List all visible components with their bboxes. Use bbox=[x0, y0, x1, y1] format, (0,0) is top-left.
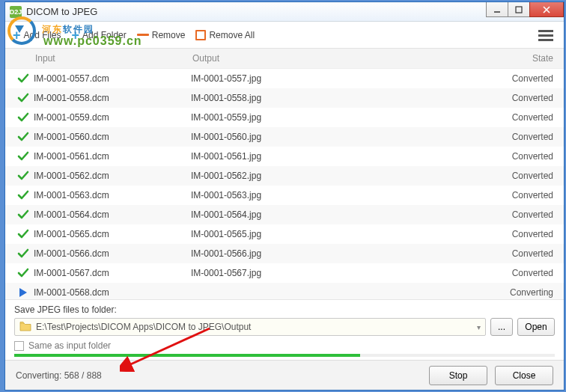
square-icon bbox=[195, 30, 206, 40]
close-button[interactable]: Close bbox=[495, 366, 553, 385]
menu-line-icon bbox=[538, 30, 553, 32]
progress-track bbox=[14, 354, 555, 357]
svg-rect-1 bbox=[516, 7, 522, 13]
titlebar: D2J DICOM to JPEG bbox=[5, 2, 564, 22]
check-icon bbox=[13, 150, 34, 162]
check-icon bbox=[13, 131, 34, 143]
save-section: Save JPEG files to folder: ▾ ... Open Sa… bbox=[5, 299, 564, 360]
minimize-button[interactable] bbox=[486, 2, 508, 17]
status-text: Converting: 568 / 888 bbox=[16, 370, 422, 381]
cell-state: Converted bbox=[493, 229, 553, 239]
add-folder-label: Add Folder bbox=[82, 30, 127, 40]
minus-icon bbox=[137, 34, 149, 36]
check-icon bbox=[13, 209, 34, 221]
table-row[interactable]: IM-0001-0560.dcmIM-0001-0560.jpgConverte… bbox=[5, 127, 564, 147]
cell-input: IM-0001-0561.dcm bbox=[34, 151, 191, 162]
progress-bar bbox=[14, 354, 360, 357]
hamburger-menu-button[interactable] bbox=[538, 28, 553, 43]
cell-output: IM-0001-0560.jpg bbox=[191, 132, 493, 142]
column-state[interactable]: State bbox=[493, 53, 553, 64]
menu-line-icon bbox=[538, 39, 553, 41]
cell-output: IM-0001-0566.jpg bbox=[191, 248, 493, 259]
table-row[interactable]: IM-0001-0562.dcmIM-0001-0562.jpgConverte… bbox=[5, 166, 564, 186]
column-input[interactable]: Input bbox=[35, 53, 192, 64]
cell-input: IM-0001-0562.dcm bbox=[34, 171, 191, 181]
check-icon bbox=[13, 189, 34, 201]
cell-state: Converted bbox=[493, 132, 553, 142]
cell-state: Converted bbox=[493, 93, 553, 103]
check-icon bbox=[13, 267, 34, 279]
remove-all-label: Remove All bbox=[209, 30, 255, 40]
table-row[interactable]: IM-0001-0565.dcmIM-0001-0565.jpgConverte… bbox=[5, 224, 564, 244]
window-title: DICOM to JPEG bbox=[26, 6, 97, 17]
plus-icon: + bbox=[72, 28, 80, 42]
cell-output: IM-0001-0562.jpg bbox=[191, 171, 493, 181]
check-icon bbox=[13, 170, 34, 182]
table-row[interactable]: IM-0001-0558.dcmIM-0001-0558.jpgConverte… bbox=[5, 88, 564, 108]
remove-label: Remove bbox=[152, 30, 186, 40]
cell-state: Converted bbox=[493, 151, 553, 162]
file-list[interactable]: IM-0001-0557.dcmIM-0001-0557.jpgConverte… bbox=[5, 69, 564, 299]
cell-state: Converted bbox=[493, 190, 553, 200]
output-path-combo[interactable]: ▾ bbox=[14, 318, 486, 336]
column-output[interactable]: Output bbox=[192, 53, 493, 64]
cell-output: IM-0001-0561.jpg bbox=[191, 151, 493, 162]
table-row[interactable]: IM-0001-0566.dcmIM-0001-0566.jpgConverte… bbox=[5, 244, 564, 263]
cell-input: IM-0001-0559.dcm bbox=[34, 112, 191, 123]
menu-line-icon bbox=[538, 34, 553, 37]
cell-input: IM-0001-0567.dcm bbox=[34, 268, 191, 278]
table-row[interactable]: IM-0001-0568.dcmConverting bbox=[5, 283, 564, 299]
add-files-button[interactable]: + Add Files bbox=[13, 28, 61, 42]
check-icon bbox=[13, 111, 34, 123]
same-as-input-label: Same as input folder bbox=[28, 340, 111, 351]
remove-button[interactable]: Remove bbox=[137, 30, 186, 40]
save-folder-label: Save JPEG files to folder: bbox=[14, 304, 555, 315]
close-window-button[interactable] bbox=[529, 2, 564, 17]
cell-input: IM-0001-0565.dcm bbox=[34, 229, 191, 239]
check-icon bbox=[13, 248, 34, 260]
cell-output: IM-0001-0558.jpg bbox=[191, 93, 493, 103]
maximize-button[interactable] bbox=[508, 2, 530, 17]
add-files-label: Add Files bbox=[24, 30, 61, 40]
app-window: D2J DICOM to JPEG + Add Files + Add Fold… bbox=[4, 1, 565, 391]
cell-state: Converted bbox=[493, 112, 553, 123]
table-row[interactable]: IM-0001-0557.dcmIM-0001-0557.jpgConverte… bbox=[5, 69, 564, 88]
check-icon bbox=[13, 73, 34, 85]
cell-state: Converting bbox=[493, 287, 553, 298]
cell-state: Converted bbox=[493, 171, 553, 181]
cell-input: IM-0001-0560.dcm bbox=[34, 132, 191, 142]
cell-state: Converted bbox=[493, 248, 553, 259]
same-as-input-checkbox[interactable] bbox=[14, 341, 24, 351]
cell-input: IM-0001-0564.dcm bbox=[34, 209, 191, 220]
dropdown-icon[interactable]: ▾ bbox=[477, 323, 481, 331]
cell-output: IM-0001-0565.jpg bbox=[191, 229, 493, 239]
footer: Converting: 568 / 888 Stop Close bbox=[5, 360, 564, 390]
table-row[interactable]: IM-0001-0567.dcmIM-0001-0567.jpgConverte… bbox=[5, 263, 564, 283]
table-row[interactable]: IM-0001-0563.dcmIM-0001-0563.jpgConverte… bbox=[5, 186, 564, 205]
app-icon: D2J bbox=[10, 6, 22, 18]
remove-all-button[interactable]: Remove All bbox=[195, 30, 255, 40]
cell-state: Converted bbox=[493, 209, 553, 220]
plus-icon: + bbox=[13, 28, 21, 42]
output-path-input[interactable] bbox=[36, 322, 472, 332]
cell-state: Converted bbox=[493, 73, 553, 84]
table-row[interactable]: IM-0001-0564.dcmIM-0001-0564.jpgConverte… bbox=[5, 205, 564, 224]
cell-output: IM-0001-0564.jpg bbox=[191, 209, 493, 220]
cell-input: IM-0001-0568.dcm bbox=[34, 287, 191, 298]
cell-output: IM-0001-0563.jpg bbox=[191, 190, 493, 200]
cell-input: IM-0001-0566.dcm bbox=[34, 248, 191, 259]
cell-state: Converted bbox=[493, 268, 553, 278]
open-folder-button[interactable]: Open bbox=[517, 318, 555, 336]
check-icon bbox=[13, 228, 34, 240]
cell-output: IM-0001-0559.jpg bbox=[191, 112, 493, 123]
browse-button[interactable]: ... bbox=[490, 318, 513, 336]
folder-icon bbox=[19, 321, 31, 334]
play-icon bbox=[13, 287, 34, 298]
table-row[interactable]: IM-0001-0559.dcmIM-0001-0559.jpgConverte… bbox=[5, 108, 564, 127]
cell-output: IM-0001-0567.jpg bbox=[191, 268, 493, 278]
table-row[interactable]: IM-0001-0561.dcmIM-0001-0561.jpgConverte… bbox=[5, 147, 564, 166]
table-header: Input Output State bbox=[5, 49, 564, 69]
cell-input: IM-0001-0563.dcm bbox=[34, 190, 191, 200]
add-folder-button[interactable]: + Add Folder bbox=[72, 28, 127, 42]
stop-button[interactable]: Stop bbox=[429, 366, 487, 385]
